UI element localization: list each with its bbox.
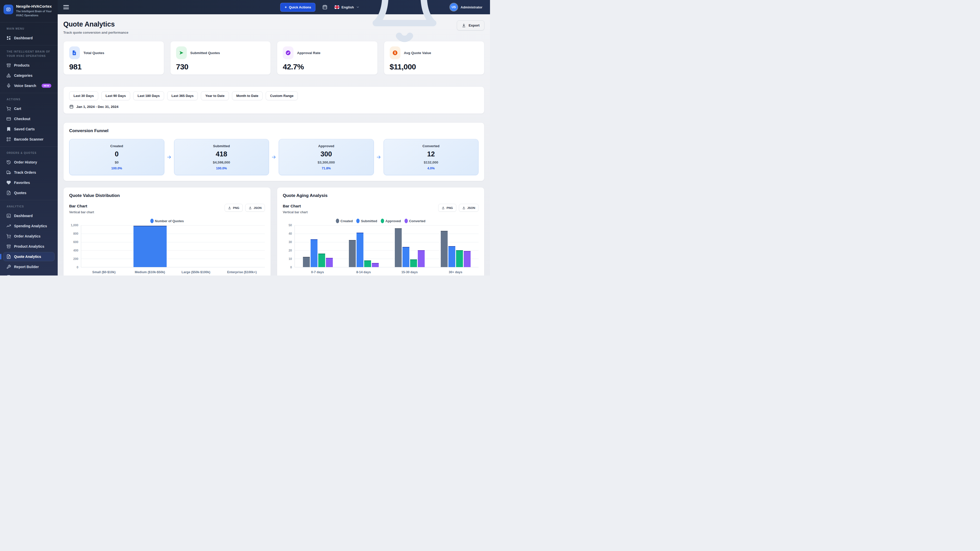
bar-chart: Number of Quotes1,0008006004002000Small … [69, 219, 265, 274]
sidebar-item-label: Order Analytics [14, 234, 41, 238]
range-button-year-to-date[interactable]: Year to Date [201, 91, 229, 100]
legend-item-created[interactable]: Created [336, 219, 353, 223]
x-axis-labels: 0-7 days8-14 days15-30 days30+ days [294, 270, 479, 274]
grid-icon [6, 36, 11, 40]
chart-widget-subtitle: Vertical bar chart [283, 210, 307, 214]
sidebar-item-report-builder[interactable]: Report Builder [3, 262, 55, 272]
plot-grid [81, 225, 265, 267]
x-axis-labels: Small ($0-$10k)Medium ($10k-$50k)Large (… [81, 270, 265, 274]
range-button-last-365-days[interactable]: Last 365 Days [167, 91, 198, 100]
bar-submitted-30-days [449, 246, 455, 267]
stage-amount: $132,000 [424, 160, 438, 164]
legend-item-number-of-quotes[interactable]: Number of Quotes [150, 219, 184, 223]
sidebar-item-cart[interactable]: Cart [3, 104, 55, 113]
y-tick-label: 10 [289, 257, 292, 261]
sidebar-item-label: Checkout [14, 117, 30, 121]
download-json-button[interactable]: JSON [245, 204, 265, 212]
legend-item-converted[interactable]: Converted [404, 219, 425, 223]
legend-item-approved[interactable]: Approved [381, 219, 401, 223]
y-tick-label: 30 [289, 240, 292, 244]
x-tick-label: Enterprise ($100k+) [219, 270, 265, 274]
sidebar-item-quote-analytics[interactable]: $Quote Analytics [3, 252, 55, 261]
date-range-display[interactable]: Jan 1, 2024 - Dec 31, 2024 [69, 104, 479, 109]
sidebar-item-products[interactable]: Products [3, 61, 55, 70]
bar-converted-8-14-days [372, 263, 379, 267]
page-subtitle: Track quote conversion and performance [63, 30, 128, 35]
cart-icon [6, 234, 11, 238]
sidebar-section: ACTIONSCartCheckoutSaved CartsBarcode Sc… [0, 93, 58, 146]
sidebar-section: THE INTELLIGENT BRAIN OF YOUR HVAC OPERA… [0, 45, 58, 93]
range-button-last-90-days[interactable]: Last 90 Days [101, 91, 130, 100]
quick-actions-button[interactable]: + Quick Actions [280, 3, 315, 12]
calendar-icon[interactable] [322, 4, 328, 10]
x-tick-label: Medium ($10k-$50k) [127, 270, 173, 274]
download-png-button[interactable]: PNG [438, 204, 456, 212]
download-json-button[interactable]: JSON [459, 204, 479, 212]
sidebar-item-spending-analytics[interactable]: Spending Analytics [3, 221, 55, 230]
stage-percentage: 4.0% [428, 167, 435, 170]
funnel-stages: Created0$0100.0%Submitted418$4,598,00010… [69, 139, 479, 175]
sidebar-item-label: Dashboard [14, 214, 33, 218]
stage-count: 418 [216, 150, 227, 158]
export-button[interactable]: Export [457, 21, 484, 30]
sidebar-item-saved-carts[interactable]: Saved Carts [3, 124, 55, 134]
new-badge: NEW [41, 84, 51, 88]
sidebar-item-label: Voice Search [14, 84, 36, 88]
range-button-custom-range[interactable]: Custom Range [266, 91, 298, 100]
bell-icon [366, 0, 443, 45]
sidebar-item-voice-search[interactable]: Voice SearchNEW [3, 81, 55, 90]
range-buttons: Last 30 DaysLast 90 DaysLast 180 DaysLas… [69, 91, 479, 100]
plot-area: 1,0008006004002000 [69, 225, 265, 267]
download-icon [228, 206, 231, 210]
y-tick-label: 0 [76, 265, 78, 269]
sidebar-item-order-analytics[interactable]: Order Analytics [3, 232, 55, 241]
notifications-button[interactable]: 4 [366, 0, 443, 45]
receipt-icon: $ [6, 254, 11, 259]
sidebar-item-categories[interactable]: Categories [3, 71, 55, 80]
page-title: Quote Analytics [63, 21, 128, 28]
sidebar-item-track-orders[interactable]: Track Orders [3, 168, 55, 177]
sidebar-item-saved-reports[interactable]: Saved Reports [3, 272, 55, 276]
download-png-button[interactable]: PNG [224, 204, 243, 212]
bar-group-small-0-10k [81, 225, 127, 267]
language-selector[interactable]: English [334, 5, 360, 9]
sidebar-section: ANALYTICSDashboardSpending AnalyticsOrde… [0, 200, 58, 276]
bar-submitted-0-7-days [310, 239, 318, 267]
sidebar-item-dashboard[interactable]: Dashboard [3, 33, 55, 43]
stage-label: Submitted [213, 144, 230, 148]
funnel-stage-created: Created0$0100.0% [69, 139, 164, 175]
y-tick-label: 400 [73, 249, 78, 252]
sidebar-item-product-analytics[interactable]: Product Analytics [3, 242, 55, 251]
bar-group-0-7-days [295, 225, 341, 267]
user-menu[interactable]: US Administrator [449, 3, 482, 11]
sidebar-item-quotes[interactable]: $Quotes [3, 188, 55, 197]
sidebar-item-order-history[interactable]: Order History [3, 158, 55, 167]
sidebar-item-barcode-scanner[interactable]: Barcode Scanner [3, 135, 55, 144]
history-icon [6, 160, 11, 165]
menu-toggle-icon[interactable] [63, 5, 69, 9]
range-button-last-30-days[interactable]: Last 30 Days [69, 91, 98, 100]
sidebar-item-label: Products [14, 63, 30, 67]
arrow-right-icon [167, 155, 172, 160]
sidebar-item-label: Dashboard [14, 36, 33, 40]
range-button-month-to-date[interactable]: Month to Date [232, 91, 263, 100]
sidebar-item-label: Report Builder [14, 265, 39, 269]
range-button-last-180-days[interactable]: Last 180 Days [133, 91, 164, 100]
sidebar-item-label: Favorites [14, 181, 30, 185]
sidebar-item-dashboard[interactable]: Dashboard [3, 211, 55, 221]
sidebar-section-title: ACTIONS [0, 95, 58, 103]
quote-aging-analysis-panel: Quote Aging Analysis Bar Chart Vertical … [277, 187, 484, 275]
legend-item-submitted[interactable]: Submitted [356, 219, 377, 223]
sidebar-item-favorites[interactable]: Favorites [3, 178, 55, 187]
plot-area: 50403020100 [283, 225, 479, 267]
chart-legend: Number of Quotes [69, 219, 265, 223]
dollar-icon: $ [390, 46, 401, 59]
sidebar-item-checkout[interactable]: Checkout [3, 114, 55, 124]
stat-card-avg-quote-value: $Avg Quote Value$11,000 [384, 41, 485, 75]
chart-widget-title: Bar Chart [283, 204, 307, 208]
sidebar-item-label: Saved Carts [14, 127, 35, 131]
sidebar-section: ORDERS & QUOTESOrder HistoryTrack Orders… [0, 146, 58, 200]
check-icon [283, 46, 293, 59]
file-icon [69, 46, 80, 59]
stage-label: Converted [422, 144, 439, 148]
